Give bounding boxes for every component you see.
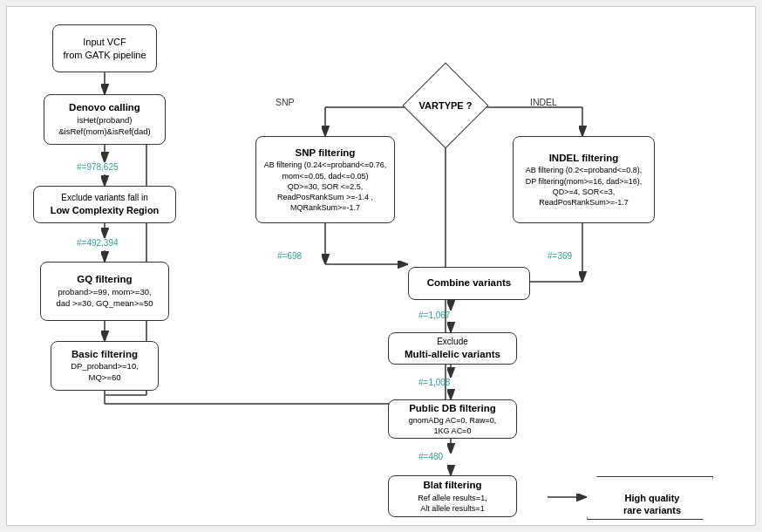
count1-label: #=978,625 [77, 162, 119, 172]
vartype-diamond-wrapper: VARTYPE ? [415, 75, 476, 136]
blat-node: Blat filtering Ref allele results=1, Alt… [388, 475, 517, 517]
count-snp-label: #=698 [277, 251, 302, 261]
input-vcf-node: Input VCF from GATK pipeline [52, 24, 157, 72]
count2-label: #=492,394 [77, 238, 119, 248]
gq-node: GQ filtering proband>=99, mom>=30, dad >… [40, 262, 169, 321]
combine-title: Combine variants [427, 276, 512, 290]
gq-sub: proband>=99, mom>=30, dad >=30, GQ_mean>… [57, 287, 153, 310]
blat-sub: Ref allele results=1, Alt allele results… [418, 493, 486, 514]
count3-label: #=1,067 [418, 310, 450, 320]
gq-title: GQ filtering [57, 273, 153, 287]
combine-node: Combine variants [408, 267, 530, 300]
snp-filter-node: SNP filtering AB filtering (0.24<=proban… [255, 136, 395, 223]
snp-title: SNP filtering [264, 147, 387, 160]
indel-title: INDEL filtering [526, 152, 643, 166]
denovo-subtitle: isHet(proband) &isRef(mom)&isRef(dad) [58, 115, 151, 138]
lcr-pre: Exclude variants fall in [51, 192, 160, 204]
snp-sub: AB filtering (0.24<=proband<=0.76, mom<=… [264, 160, 387, 213]
indel-sub: AB filtering (0.2<=proband<=0.8), DP fil… [526, 165, 643, 208]
diagram-container: Input VCF from GATK pipeline Denovo call… [6, 6, 756, 526]
basic-sub: DP_proband>=10, MQ>=60 [71, 361, 139, 384]
snp-branch-label: SNP [276, 97, 295, 107]
basic-node: Basic filtering DP_proband>=10, MQ>=60 [51, 341, 159, 391]
count5-label: #=480 [418, 452, 443, 461]
denovo-node: Denovo calling isHet(proband) &isRef(mom… [44, 94, 166, 145]
count4-label: #=1,008 [418, 378, 450, 387]
count-indel-label: #=369 [548, 251, 572, 261]
multi-title: Multi-allelic variants [405, 348, 500, 362]
publicdb-sub: gnomADg AC=0, Raw=0, 1KG AC=0 [409, 415, 497, 436]
hq-variants-node: High quality rare variants [587, 476, 713, 520]
hq-label: High quality rare variants [619, 480, 681, 517]
indel-branch-label: INDEL [530, 97, 557, 107]
lcr-title: Low Complexity Region [51, 204, 160, 217]
publicdb-node: Public DB filtering gnomADg AC=0, Raw=0,… [388, 399, 517, 439]
multi-pre: Exclude [405, 336, 500, 348]
input-vcf-text: Input VCF from GATK pipeline [63, 36, 146, 62]
vartype-label: VARTYPE ? [419, 100, 473, 111]
basic-title: Basic filtering [71, 348, 139, 362]
denovo-title: Denovo calling [58, 101, 151, 115]
indel-filter-node: INDEL filtering AB filtering (0.2<=proba… [513, 136, 655, 223]
multiallelic-node: Exclude Multi-allelic variants [388, 332, 517, 365]
blat-title: Blat filtering [418, 479, 486, 493]
lcr-node: Exclude variants fall in Low Complexity … [33, 186, 176, 223]
publicdb-title: Public DB filtering [409, 402, 497, 416]
